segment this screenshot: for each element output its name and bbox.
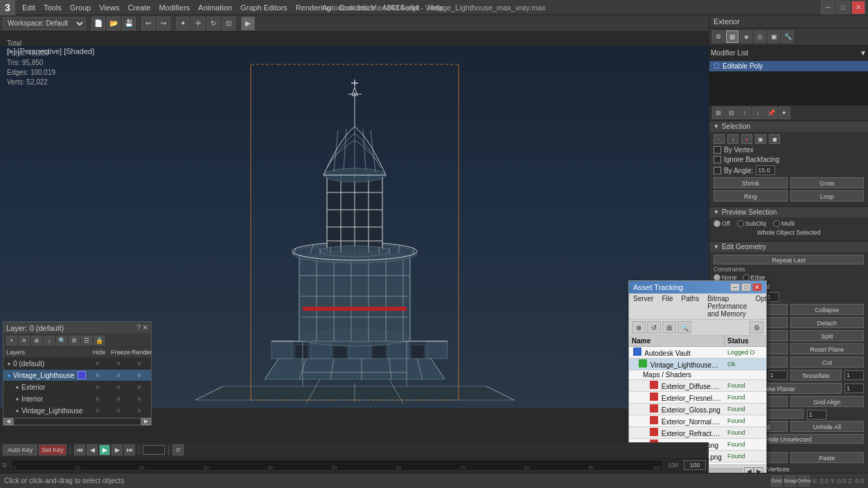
menu-group[interactable]: Group	[66, 2, 96, 13]
find-layer-btn[interactable]: 🔍	[56, 336, 67, 345]
menu-create[interactable]: Create	[123, 2, 154, 13]
layer-vintage-hide[interactable]: ○	[87, 370, 108, 380]
menu-graph-editors[interactable]: Graph Editors	[236, 2, 292, 13]
new-file-button[interactable]: 📄	[91, 17, 105, 30]
layers-question-btn[interactable]: ?	[136, 323, 141, 332]
preview-header[interactable]: ▼ Preview Selection	[709, 207, 868, 217]
mod-action-4[interactable]: ↓	[752, 107, 764, 119]
shrink-button[interactable]: Shrink	[714, 177, 788, 188]
loop-button[interactable]: Loop	[790, 190, 865, 201]
at-close-btn[interactable]: ✕	[752, 283, 762, 291]
menu-modifiers[interactable]: Modifiers	[154, 2, 194, 13]
layers-close-btn[interactable]: ✕	[142, 323, 148, 332]
open-file-button[interactable]: 📂	[107, 17, 121, 30]
layer-lighthouse-render[interactable]: ○	[129, 406, 150, 415]
at-tb-1[interactable]: ⊕	[632, 321, 646, 334]
at-row-ext-diffuse[interactable]: Exterior_Diffuse.png Found	[629, 380, 766, 392]
layer-lighthouse[interactable]: ● Vintage_Lighthouse ○ ○ ○	[3, 405, 151, 417]
menu-customize[interactable]: Customize	[335, 2, 380, 13]
layer-vintage-render[interactable]: ○	[129, 370, 150, 380]
tess-val[interactable]	[844, 370, 864, 380]
grid-align-button[interactable]: Grid Align	[790, 396, 865, 407]
sel-edge-btn[interactable]: /	[727, 134, 738, 144]
layer-lock-btn[interactable]: 🔒	[94, 336, 105, 345]
at-tb-3[interactable]: ⊞	[662, 321, 676, 334]
play-fwd-btn[interactable]: ⏭	[124, 444, 135, 455]
rp-icon-6[interactable]: 🔧	[781, 30, 794, 43]
repeat-last-button[interactable]: Repeat Last	[714, 255, 864, 264]
at-row-maps-folder[interactable]: Maps / Shaders	[629, 370, 766, 380]
grow-button[interactable]: Grow	[790, 177, 865, 188]
layer-vintage-freeze[interactable]: ○	[108, 370, 129, 380]
preview-multi-opt[interactable]: Multi	[773, 220, 795, 227]
menu-help[interactable]: Help	[424, 2, 448, 13]
at-row-ext-gloss[interactable]: Exterior_Gloss.png Found	[629, 404, 766, 415]
next-frame-btn[interactable]: ▶	[112, 444, 123, 455]
layer-exterior[interactable]: ● Exterior ○ ○ ○	[3, 381, 151, 393]
play-back-btn[interactable]: ⏮	[74, 444, 85, 455]
rp-icon-3[interactable]: ◈	[740, 30, 752, 43]
layer-vintage[interactable]: ● Vintage_Lighthouse ○ ○ ○	[3, 370, 151, 381]
layer-lighthouse-freeze[interactable]: ○	[108, 406, 129, 415]
reset-plane-button[interactable]: Reset Plane	[790, 343, 865, 354]
by-angle-check[interactable]	[714, 167, 721, 174]
ortho-toggle-btn[interactable]: Ortho	[799, 476, 810, 487]
menu-maxscript[interactable]: MAXScript	[380, 2, 424, 13]
detach-button[interactable]: Detach	[790, 317, 865, 328]
layer-exterior-render[interactable]: ○	[129, 382, 150, 392]
at-minimize-btn[interactable]: ─	[730, 283, 740, 291]
layer-exterior-freeze[interactable]: ○	[108, 382, 129, 392]
at-row-ext-fresnel[interactable]: Exterior_Fresnel.png Found	[629, 392, 766, 404]
editable-poly-item[interactable]: ☐ Editable Poly	[709, 61, 868, 72]
modifier-list-dropdown-icon[interactable]: ▼	[860, 49, 867, 57]
select-button[interactable]: ✦	[176, 17, 190, 30]
minimize-button[interactable]: ─	[821, 1, 835, 15]
move-button[interactable]: ✛	[191, 17, 205, 30]
end-frame-input[interactable]	[684, 460, 706, 470]
layer-interior-render[interactable]: ○	[129, 394, 150, 404]
layer-properties-btn[interactable]: ⚙	[69, 336, 80, 345]
workspace-dropdown[interactable]: Workspace: Default	[3, 17, 86, 30]
menu-views[interactable]: Views	[95, 2, 123, 13]
layer-default[interactable]: ● 0 (default) ○ ○ ○	[3, 358, 151, 370]
at-row-vault[interactable]: Autodesk Vault Logged O	[629, 347, 766, 359]
mod-action-3[interactable]: ↑	[738, 107, 751, 119]
grid-toggle-btn[interactable]: Grid	[771, 476, 782, 487]
rp-icon-4[interactable]: ◎	[754, 30, 766, 43]
at-tb-2[interactable]: ↺	[647, 321, 661, 334]
layer-exterior-hide[interactable]: ○	[87, 382, 108, 392]
edit-geometry-header[interactable]: ▼ Edit Geometry	[709, 242, 868, 252]
scale-button[interactable]: ⊡	[222, 17, 236, 30]
ring-button[interactable]: Ring	[714, 190, 788, 201]
paste-button[interactable]: Paste	[790, 452, 865, 463]
snap-toggle-btn[interactable]: Snap	[785, 476, 796, 487]
rp-icon-1[interactable]: ⚙	[712, 30, 725, 43]
ignore-backfacing-check[interactable]	[714, 156, 721, 163]
preview-off-opt[interactable]: Off	[714, 220, 730, 227]
key-filter-btn[interactable]: Auto Key	[3, 444, 37, 455]
layers-scroll-right[interactable]: ▶	[141, 418, 151, 425]
at-options[interactable]: Options	[751, 293, 783, 319]
new-layer-btn[interactable]: +	[6, 336, 17, 345]
by-vertex-check[interactable]	[714, 146, 721, 154]
rp-icon-2[interactable]: ▦	[726, 30, 738, 43]
render-button[interactable]: ▶	[241, 17, 255, 30]
time-config-btn[interactable]: ⏱	[172, 444, 184, 455]
sel-element-btn[interactable]: ◼	[769, 134, 780, 144]
sel-vertex-btn[interactable]: ·	[714, 134, 725, 144]
current-frame-input[interactable]: 0	[143, 445, 165, 455]
mod-action-1[interactable]: ⊞	[712, 107, 725, 119]
split-button[interactable]: Split	[790, 330, 865, 341]
tessellate-button[interactable]: Tessellate	[790, 370, 842, 381]
layer-default-render[interactable]: ○	[129, 359, 150, 368]
mod-action-6[interactable]: ✦	[778, 107, 790, 119]
preview-subobj-opt[interactable]: SubObj	[737, 220, 766, 227]
close-button[interactable]: ✕	[851, 1, 865, 15]
at-row-ext-refract[interactable]: Exterior_Refract.png Found	[629, 427, 766, 439]
at-tb-4[interactable]: 🔍	[677, 321, 691, 334]
layer-lighthouse-hide[interactable]: ○	[87, 406, 108, 415]
layer-default-freeze[interactable]: ○	[108, 359, 129, 368]
at-row-ext-normal[interactable]: Exterior_Normal.png Found	[629, 415, 766, 427]
sel-poly-btn[interactable]: ▣	[755, 134, 766, 144]
layer-interior-hide[interactable]: ○	[87, 394, 108, 404]
